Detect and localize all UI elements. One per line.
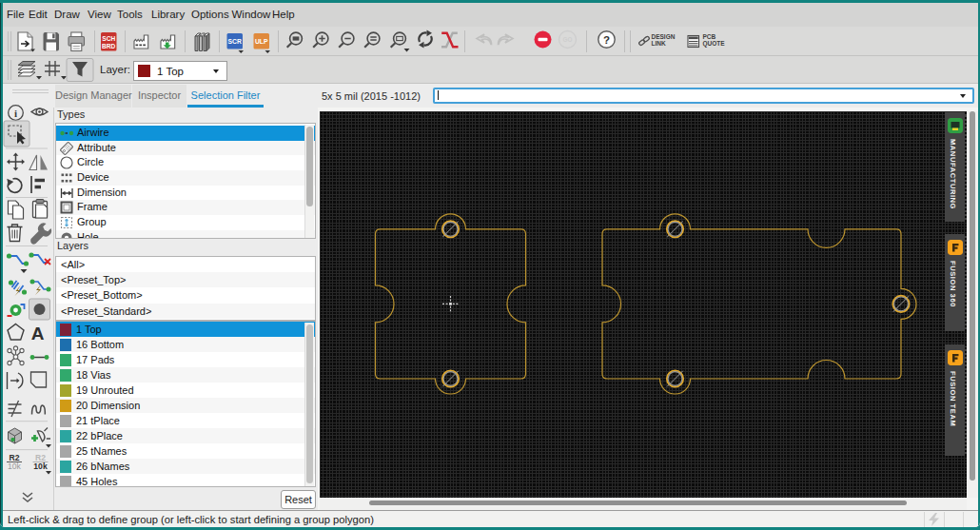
svg-text:QUOTE: QUOTE [703,40,726,48]
svg-text:A: A [31,324,45,344]
svg-text:10k: 10k [8,461,22,471]
svg-text:ULP: ULP [255,38,268,45]
svg-text:GO: GO [563,36,573,43]
svg-text:?: ? [603,34,610,46]
svg-text:i: i [14,108,17,119]
svg-text:BRD: BRD [102,43,116,49]
svg-text:10k: 10k [33,461,48,471]
svg-text:LINK: LINK [652,40,666,47]
svg-text:SCH: SCH [102,35,115,42]
svg-text:SCR: SCR [228,38,242,45]
